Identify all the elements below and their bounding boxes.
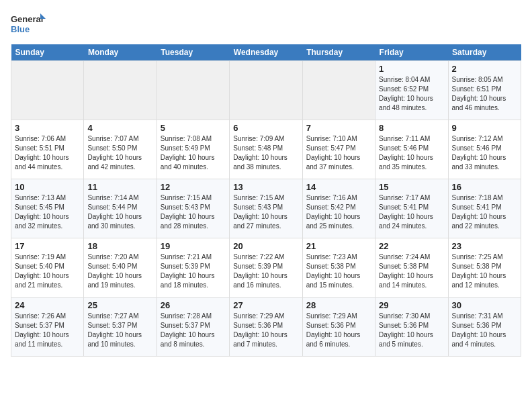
calendar-cell: 23Sunrise: 7:25 AM Sunset: 5:38 PM Dayli… xyxy=(448,238,521,298)
calendar-cell: 16Sunrise: 7:18 AM Sunset: 5:41 PM Dayli… xyxy=(448,179,521,238)
calendar-cell: 15Sunrise: 7:17 AM Sunset: 5:41 PM Dayli… xyxy=(375,179,448,238)
calendar-cell: 13Sunrise: 7:15 AM Sunset: 5:43 PM Dayli… xyxy=(230,179,302,238)
week-row-5: 24Sunrise: 7:26 AM Sunset: 5:37 PM Dayli… xyxy=(11,298,521,357)
calendar-cell: 8Sunrise: 7:11 AM Sunset: 5:46 PM Daylig… xyxy=(375,120,448,179)
day-number: 13 xyxy=(233,182,298,192)
weekday-header-wednesday: Wednesday xyxy=(230,44,302,61)
day-info: Sunrise: 7:15 AM Sunset: 5:43 PM Dayligh… xyxy=(233,193,298,231)
calendar-cell: 28Sunrise: 7:29 AM Sunset: 5:36 PM Dayli… xyxy=(302,298,375,357)
day-info: Sunrise: 7:26 AM Sunset: 5:37 PM Dayligh… xyxy=(15,312,80,349)
week-row-3: 10Sunrise: 7:13 AM Sunset: 5:45 PM Dayli… xyxy=(11,179,521,238)
day-number: 11 xyxy=(87,182,152,192)
calendar-cell xyxy=(84,61,157,120)
day-number: 25 xyxy=(87,300,152,310)
day-number: 4 xyxy=(87,123,152,133)
calendar-cell: 4Sunrise: 7:07 AM Sunset: 5:50 PM Daylig… xyxy=(84,120,157,179)
calendar-cell: 7Sunrise: 7:10 AM Sunset: 5:47 PM Daylig… xyxy=(302,120,375,179)
page-header: General Blue xyxy=(11,11,521,38)
day-number: 23 xyxy=(452,241,517,251)
day-info: Sunrise: 7:29 AM Sunset: 5:36 PM Dayligh… xyxy=(306,312,371,349)
weekday-header-friday: Friday xyxy=(375,44,448,61)
day-info: Sunrise: 7:14 AM Sunset: 5:44 PM Dayligh… xyxy=(87,193,152,231)
day-info: Sunrise: 7:13 AM Sunset: 5:45 PM Dayligh… xyxy=(15,193,80,231)
day-info: Sunrise: 7:27 AM Sunset: 5:37 PM Dayligh… xyxy=(87,312,152,349)
weekday-header-row: SundayMondayTuesdayWednesdayThursdayFrid… xyxy=(11,44,521,61)
calendar-cell: 12Sunrise: 7:15 AM Sunset: 5:43 PM Dayli… xyxy=(157,179,229,238)
day-info: Sunrise: 7:25 AM Sunset: 5:38 PM Dayligh… xyxy=(452,253,517,290)
day-number: 15 xyxy=(379,182,444,192)
day-info: Sunrise: 7:30 AM Sunset: 5:36 PM Dayligh… xyxy=(379,312,444,349)
day-number: 12 xyxy=(161,182,226,192)
week-row-1: 1Sunrise: 8:04 AM Sunset: 6:52 PM Daylig… xyxy=(11,61,521,120)
day-info: Sunrise: 7:07 AM Sunset: 5:50 PM Dayligh… xyxy=(87,134,152,172)
day-number: 16 xyxy=(452,182,517,192)
logo-svg: General Blue xyxy=(11,11,48,38)
day-info: Sunrise: 7:11 AM Sunset: 5:46 PM Dayligh… xyxy=(379,134,444,172)
calendar-cell: 19Sunrise: 7:21 AM Sunset: 5:39 PM Dayli… xyxy=(157,238,229,298)
weekday-header-saturday: Saturday xyxy=(448,44,521,61)
day-number: 7 xyxy=(306,123,371,133)
day-info: Sunrise: 7:09 AM Sunset: 5:48 PM Dayligh… xyxy=(233,134,298,172)
day-number: 27 xyxy=(233,300,298,310)
day-number: 8 xyxy=(379,123,444,133)
calendar-cell: 11Sunrise: 7:14 AM Sunset: 5:44 PM Dayli… xyxy=(84,179,157,238)
weekday-header-monday: Monday xyxy=(84,44,157,61)
calendar-cell: 6Sunrise: 7:09 AM Sunset: 5:48 PM Daylig… xyxy=(230,120,302,179)
calendar-cell: 21Sunrise: 7:23 AM Sunset: 5:38 PM Dayli… xyxy=(302,238,375,298)
logo: General Blue xyxy=(11,11,48,38)
day-number: 22 xyxy=(379,241,444,251)
day-info: Sunrise: 7:17 AM Sunset: 5:41 PM Dayligh… xyxy=(379,193,444,231)
day-number: 1 xyxy=(379,64,444,74)
day-info: Sunrise: 7:10 AM Sunset: 5:47 PM Dayligh… xyxy=(306,134,371,172)
day-info: Sunrise: 7:12 AM Sunset: 5:46 PM Dayligh… xyxy=(452,134,517,172)
day-number: 19 xyxy=(161,241,226,251)
calendar-cell xyxy=(157,61,229,120)
day-number: 2 xyxy=(452,64,517,74)
calendar-cell: 29Sunrise: 7:30 AM Sunset: 5:36 PM Dayli… xyxy=(375,298,448,357)
day-number: 18 xyxy=(87,241,152,251)
day-number: 5 xyxy=(161,123,226,133)
day-info: Sunrise: 7:24 AM Sunset: 5:38 PM Dayligh… xyxy=(379,253,444,290)
calendar-table: SundayMondayTuesdayWednesdayThursdayFrid… xyxy=(11,44,521,357)
calendar-cell: 1Sunrise: 8:04 AM Sunset: 6:52 PM Daylig… xyxy=(375,61,448,120)
calendar-cell: 2Sunrise: 8:05 AM Sunset: 6:51 PM Daylig… xyxy=(448,61,521,120)
calendar-cell xyxy=(230,61,302,120)
day-info: Sunrise: 8:04 AM Sunset: 6:52 PM Dayligh… xyxy=(379,75,444,113)
day-info: Sunrise: 7:29 AM Sunset: 5:36 PM Dayligh… xyxy=(233,312,298,349)
day-info: Sunrise: 7:16 AM Sunset: 5:42 PM Dayligh… xyxy=(306,193,371,231)
calendar-cell: 20Sunrise: 7:22 AM Sunset: 5:39 PM Dayli… xyxy=(230,238,302,298)
day-number: 3 xyxy=(15,123,80,133)
calendar-cell: 25Sunrise: 7:27 AM Sunset: 5:37 PM Dayli… xyxy=(84,298,157,357)
day-info: Sunrise: 7:21 AM Sunset: 5:39 PM Dayligh… xyxy=(161,253,226,290)
calendar-cell: 9Sunrise: 7:12 AM Sunset: 5:46 PM Daylig… xyxy=(448,120,521,179)
day-info: Sunrise: 7:31 AM Sunset: 5:36 PM Dayligh… xyxy=(452,312,517,349)
calendar-cell: 3Sunrise: 7:06 AM Sunset: 5:51 PM Daylig… xyxy=(11,120,84,179)
weekday-header-thursday: Thursday xyxy=(302,44,375,61)
day-number: 29 xyxy=(379,300,444,310)
day-info: Sunrise: 7:28 AM Sunset: 5:37 PM Dayligh… xyxy=(161,312,226,349)
day-info: Sunrise: 7:08 AM Sunset: 5:49 PM Dayligh… xyxy=(161,134,226,172)
day-info: Sunrise: 7:22 AM Sunset: 5:39 PM Dayligh… xyxy=(233,253,298,290)
calendar-cell: 17Sunrise: 7:19 AM Sunset: 5:40 PM Dayli… xyxy=(11,238,84,298)
calendar-cell: 10Sunrise: 7:13 AM Sunset: 5:45 PM Dayli… xyxy=(11,179,84,238)
day-number: 28 xyxy=(306,300,371,310)
day-number: 17 xyxy=(15,241,80,251)
day-info: Sunrise: 7:20 AM Sunset: 5:40 PM Dayligh… xyxy=(87,253,152,290)
day-info: Sunrise: 7:15 AM Sunset: 5:43 PM Dayligh… xyxy=(161,193,226,231)
calendar-cell: 26Sunrise: 7:28 AM Sunset: 5:37 PM Dayli… xyxy=(157,298,229,357)
day-number: 30 xyxy=(452,300,517,310)
day-number: 9 xyxy=(452,123,517,133)
svg-text:General: General xyxy=(11,14,43,24)
day-number: 24 xyxy=(15,300,80,310)
calendar-cell xyxy=(302,61,375,120)
day-number: 10 xyxy=(15,182,80,192)
day-info: Sunrise: 7:23 AM Sunset: 5:38 PM Dayligh… xyxy=(306,253,371,290)
day-number: 20 xyxy=(233,241,298,251)
day-number: 14 xyxy=(306,182,371,192)
calendar-cell xyxy=(11,61,84,120)
day-info: Sunrise: 8:05 AM Sunset: 6:51 PM Dayligh… xyxy=(452,75,517,113)
calendar-cell: 22Sunrise: 7:24 AM Sunset: 5:38 PM Dayli… xyxy=(375,238,448,298)
weekday-header-sunday: Sunday xyxy=(11,44,84,61)
svg-text:Blue: Blue xyxy=(11,24,30,34)
day-number: 21 xyxy=(306,241,371,251)
